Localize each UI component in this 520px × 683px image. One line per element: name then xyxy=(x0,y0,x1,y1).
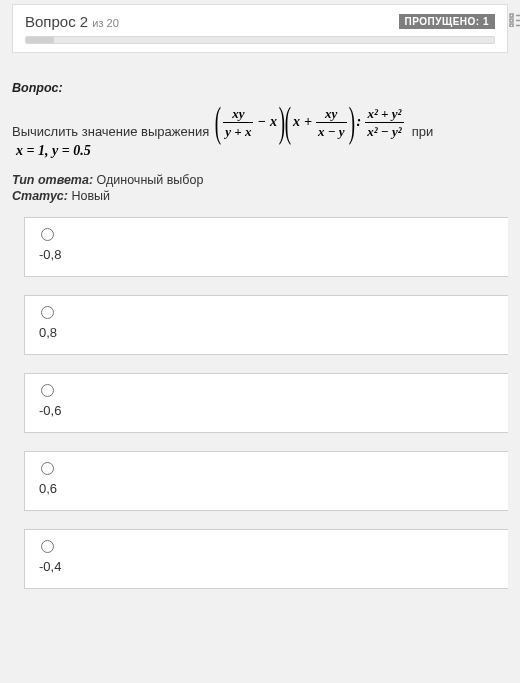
option-radio[interactable] xyxy=(41,306,54,319)
status-value: Новый xyxy=(71,189,110,203)
option-label: 0,8 xyxy=(39,325,494,340)
option-label: -0,4 xyxy=(39,559,494,574)
progress-fill xyxy=(26,37,54,43)
question-heading: Вопрос: xyxy=(12,81,508,95)
option-label: -0,6 xyxy=(39,403,494,418)
question-counter: Вопрос 2 из 20 xyxy=(25,13,119,30)
status-label: Статус: xyxy=(12,189,68,203)
list-icon[interactable] xyxy=(509,13,520,27)
total-questions: 20 xyxy=(107,17,119,29)
answer-type-label: Тип ответа: xyxy=(12,173,93,187)
question-word: Вопрос xyxy=(25,13,76,30)
question-header-panel: Вопрос 2 из 20 ПРОПУЩЕНО: 1 xyxy=(12,4,508,53)
given-values: x = 1, y = 0.5 xyxy=(16,143,91,163)
of-word: из xyxy=(92,17,103,29)
skipped-badge: ПРОПУЩЕНО: 1 xyxy=(399,14,495,29)
formula: ( xy y + x − x )( x + xy x − y ) : x² + … xyxy=(215,101,405,143)
question-prompt: Вычислить значение выражения ( xy y + x … xyxy=(12,101,508,163)
option-item[interactable]: -0,8 xyxy=(24,217,508,277)
question-number: 2 xyxy=(80,13,88,30)
option-radio[interactable] xyxy=(41,384,54,397)
prompt-lead: Вычислить значение выражения xyxy=(12,124,209,143)
svg-rect-4 xyxy=(510,24,513,27)
status: Статус: Новый xyxy=(12,189,508,203)
option-radio[interactable] xyxy=(41,540,54,553)
answer-type-value: Одиночный выбор xyxy=(97,173,204,187)
svg-rect-0 xyxy=(510,14,513,17)
option-item[interactable]: 0,6 xyxy=(24,451,508,511)
progress-bar xyxy=(25,36,495,44)
option-radio[interactable] xyxy=(41,462,54,475)
at-word: при xyxy=(412,124,434,143)
option-label: -0,8 xyxy=(39,247,494,262)
answer-type: Тип ответа: Одиночный выбор xyxy=(12,173,508,187)
option-radio[interactable] xyxy=(41,228,54,241)
option-label: 0,6 xyxy=(39,481,494,496)
option-item[interactable]: -0,6 xyxy=(24,373,508,433)
options-list: -0,8 0,8 -0,6 0,6 -0,4 xyxy=(12,217,508,589)
svg-rect-2 xyxy=(510,19,513,22)
option-item[interactable]: -0,4 xyxy=(24,529,508,589)
option-item[interactable]: 0,8 xyxy=(24,295,508,355)
